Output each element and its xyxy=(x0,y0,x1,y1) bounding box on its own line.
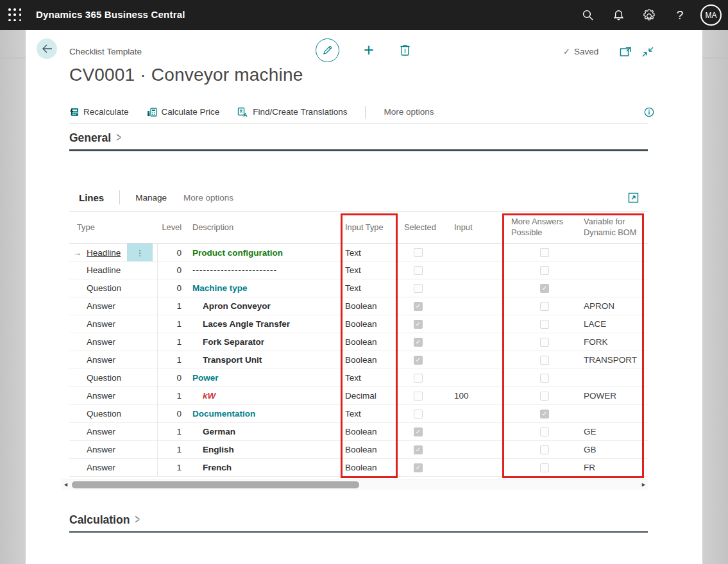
cell-level[interactable]: 0 xyxy=(157,261,189,279)
cell-type[interactable]: Answer xyxy=(85,319,127,329)
cell-type[interactable]: Answer xyxy=(85,391,127,401)
checkbox-selected[interactable] xyxy=(414,266,423,275)
checkbox-selected[interactable]: ✓ xyxy=(414,445,423,454)
column-header-description[interactable]: Description xyxy=(189,222,341,233)
settings-gear-icon[interactable] xyxy=(634,0,665,30)
cell-description[interactable]: Transport Unit xyxy=(189,355,341,365)
cell-type[interactable]: Answer xyxy=(85,301,127,311)
cell-input-type[interactable]: Decimal xyxy=(341,391,398,401)
back-button[interactable] xyxy=(37,38,57,59)
checkbox-selected[interactable]: ✓ xyxy=(414,427,423,436)
new-plus-button[interactable]: + xyxy=(360,40,378,60)
checkbox-selected[interactable]: ✓ xyxy=(414,338,423,347)
checkbox-more-answers-possible[interactable]: ✓ xyxy=(540,284,549,293)
checkbox-selected[interactable] xyxy=(414,248,423,257)
cell-input-type[interactable]: Boolean xyxy=(341,445,398,454)
delete-trash-button[interactable] xyxy=(400,44,411,56)
cell-type[interactable]: Question xyxy=(85,373,127,383)
cell-type[interactable]: Answer xyxy=(85,337,127,347)
cell-input-type[interactable]: Boolean xyxy=(341,337,398,347)
row-ellipsis-menu-icon[interactable]: ⋮ xyxy=(127,244,153,261)
column-header-input-type[interactable]: Input Type xyxy=(341,222,398,233)
cell-description[interactable]: Power xyxy=(189,373,341,383)
cell-description[interactable]: German xyxy=(189,427,341,436)
cell-description[interactable]: Machine type xyxy=(189,283,341,293)
search-icon[interactable] xyxy=(572,0,603,30)
cell-type[interactable]: Answer xyxy=(85,427,127,436)
cell-description[interactable]: English xyxy=(189,445,341,454)
section-general[interactable]: General > xyxy=(69,131,648,151)
checkbox-more-answers-possible[interactable]: ✓ xyxy=(540,410,549,419)
checkbox-selected[interactable]: ✓ xyxy=(414,356,423,365)
cell-type[interactable]: Headline xyxy=(85,248,127,258)
checkbox-more-answers-possible[interactable] xyxy=(540,374,549,383)
cell-input-type[interactable]: Boolean xyxy=(341,463,398,472)
cell-variable-for-dynamic-bom[interactable]: GB xyxy=(574,445,648,454)
checkbox-selected[interactable] xyxy=(414,392,423,401)
checkbox-more-answers-possible[interactable] xyxy=(540,392,549,401)
lines-manage-button[interactable]: Manage xyxy=(135,193,167,203)
checkbox-more-answers-possible[interactable] xyxy=(540,266,549,275)
info-icon[interactable] xyxy=(644,107,654,117)
cell-type[interactable]: Answer xyxy=(85,355,127,365)
column-header-variable-for-dynamic-bom[interactable]: Variable for Dynamic BOM xyxy=(574,217,648,238)
scroll-left-arrow[interactable]: ◄ xyxy=(63,481,69,488)
checkbox-more-answers-possible[interactable] xyxy=(540,248,549,257)
more-options-button[interactable]: More options xyxy=(384,107,434,117)
column-header-level[interactable]: Level xyxy=(157,222,189,233)
cell-level[interactable]: 1 xyxy=(157,315,189,333)
cell-description[interactable]: Fork Separator xyxy=(189,337,341,347)
calculate-price-button[interactable]: Calculate Price xyxy=(147,107,220,117)
column-header-selected[interactable]: Selected xyxy=(398,222,443,233)
cell-description[interactable]: Laces Angle Transfer xyxy=(189,319,341,329)
cell-description[interactable]: Product configuration xyxy=(189,248,341,258)
cell-input-type[interactable]: Boolean xyxy=(341,355,398,365)
cell-level[interactable]: 0 xyxy=(157,279,189,297)
cell-variable-for-dynamic-bom[interactable]: FR xyxy=(574,463,648,472)
checkbox-more-answers-possible[interactable] xyxy=(540,427,549,436)
app-launcher-waffle-icon[interactable] xyxy=(8,8,22,22)
cell-variable-for-dynamic-bom[interactable]: APRON xyxy=(574,301,648,311)
checkbox-selected[interactable]: ✓ xyxy=(414,302,423,311)
cell-input-type[interactable]: Text xyxy=(341,409,398,419)
cell-level[interactable]: 0 xyxy=(157,405,189,422)
lines-part-title[interactable]: Lines xyxy=(69,192,104,203)
user-avatar[interactable]: MA xyxy=(700,4,722,26)
checkbox-more-answers-possible[interactable] xyxy=(540,356,549,365)
checkbox-more-answers-possible[interactable] xyxy=(540,338,549,347)
checkbox-selected[interactable]: ✓ xyxy=(414,320,423,329)
checkbox-more-answers-possible[interactable] xyxy=(540,302,549,311)
cell-input-type[interactable]: Boolean xyxy=(341,301,398,311)
checkbox-selected[interactable]: ✓ xyxy=(414,463,423,472)
checkbox-more-answers-possible[interactable] xyxy=(540,445,549,454)
column-header-more-answers-possible[interactable]: More Answers Possible xyxy=(502,217,574,238)
cell-input-type[interactable]: Boolean xyxy=(341,427,398,436)
lines-more-options-button[interactable]: More options xyxy=(183,193,233,203)
cell-type[interactable]: Answer xyxy=(85,463,127,472)
cell-input[interactable]: 100 xyxy=(443,391,494,401)
cell-level[interactable]: 0 xyxy=(157,369,189,386)
checkbox-more-answers-possible[interactable] xyxy=(540,320,549,329)
cell-type[interactable]: Headline xyxy=(85,265,127,275)
recalculate-button[interactable]: Recalculate xyxy=(69,107,129,117)
cell-variable-for-dynamic-bom[interactable]: LACE xyxy=(574,319,648,329)
cell-variable-for-dynamic-bom[interactable]: GE xyxy=(574,427,648,436)
edit-pencil-button[interactable] xyxy=(316,38,339,62)
section-calculation[interactable]: Calculation > xyxy=(69,513,648,533)
cell-level[interactable]: 0 xyxy=(157,244,189,261)
open-in-new-window-icon[interactable] xyxy=(620,46,632,57)
cell-description[interactable]: French xyxy=(189,463,341,472)
cell-variable-for-dynamic-bom[interactable]: POWER xyxy=(574,391,648,401)
cell-level[interactable]: 1 xyxy=(157,297,189,315)
checkbox-more-answers-possible[interactable] xyxy=(540,463,549,472)
checkbox-selected[interactable] xyxy=(414,284,423,293)
checkbox-selected[interactable] xyxy=(414,374,423,383)
cell-type[interactable]: Question xyxy=(85,409,127,419)
cell-level[interactable]: 1 xyxy=(157,423,189,440)
minimize-collapse-icon[interactable] xyxy=(641,46,654,58)
cell-level[interactable]: 1 xyxy=(157,387,189,404)
cell-description[interactable]: ------------------------ xyxy=(189,265,341,275)
help-icon[interactable]: ? xyxy=(665,0,695,30)
horizontal-scrollbar[interactable]: ◄ ► xyxy=(62,479,648,490)
cell-input-type[interactable]: Boolean xyxy=(341,319,398,329)
